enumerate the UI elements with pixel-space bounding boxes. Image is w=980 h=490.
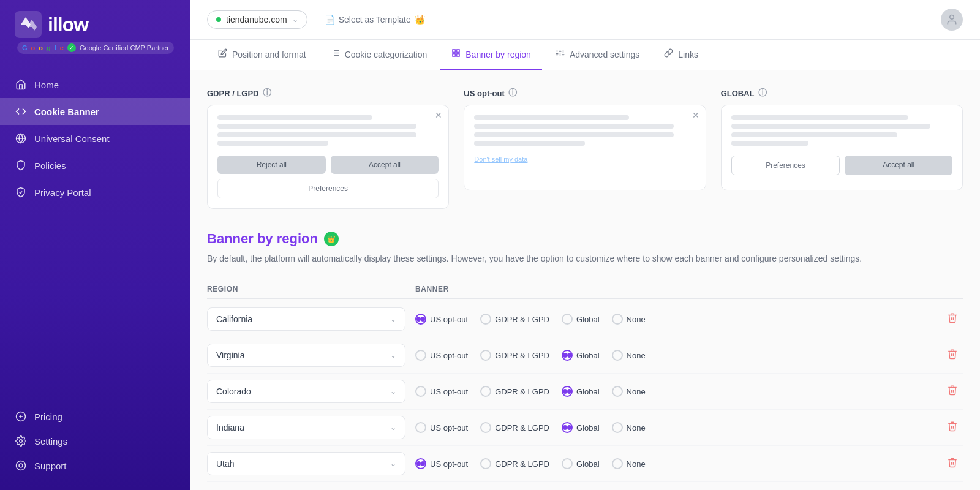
user-avatar[interactable] bbox=[941, 9, 963, 31]
banner-options-virginia: US opt-out GDPR & LGPD Global None bbox=[415, 350, 932, 361]
delete-row-virginia[interactable] bbox=[942, 346, 963, 364]
grid-icon bbox=[451, 48, 461, 60]
sidebar-item-settings-label: Settings bbox=[34, 436, 67, 447]
tab-links-label: Links bbox=[678, 50, 698, 59]
delete-row-colorado[interactable] bbox=[942, 382, 963, 401]
global-banner-card: Preferences Accept all bbox=[721, 105, 963, 190]
tab-banner-by-region[interactable]: Banner by region bbox=[440, 40, 542, 70]
radio-us-opt-out-utah[interactable]: US opt-out bbox=[415, 458, 468, 469]
radio-circle bbox=[480, 386, 491, 397]
region-select-virginia: Virginia ⌄ bbox=[207, 344, 405, 367]
crown-badge-icon: 👑 bbox=[324, 232, 339, 246]
radio-none-virginia[interactable]: None bbox=[612, 350, 646, 361]
delete-row-utah[interactable] bbox=[942, 454, 963, 473]
content-area: GDPR / LGPD ⓘ ✕ Reject all Accept all bbox=[190, 70, 980, 490]
gdpr-reject-btn[interactable]: Reject all bbox=[217, 156, 326, 174]
support-icon bbox=[15, 459, 27, 472]
gdpr-close-icon[interactable]: ✕ bbox=[435, 110, 442, 120]
radio-none-california[interactable]: None bbox=[612, 314, 646, 325]
radio-global-utah[interactable]: Global bbox=[562, 458, 600, 469]
us-close-icon[interactable]: ✕ bbox=[692, 110, 699, 120]
tabs-bar: Position and format Cookie categorizatio… bbox=[190, 40, 980, 70]
radio-none-colorado[interactable]: None bbox=[612, 386, 646, 397]
banner-options-utah: US opt-out GDPR & LGPD Global None bbox=[415, 458, 932, 469]
svg-rect-16 bbox=[453, 50, 455, 52]
domain-selector[interactable]: tiendanube.com ⌄ bbox=[207, 10, 307, 29]
radio-none-utah[interactable]: None bbox=[612, 458, 646, 469]
home-icon bbox=[15, 78, 27, 91]
radio-circle bbox=[562, 386, 573, 397]
sidebar-item-privacy-portal[interactable]: Privacy Portal bbox=[0, 179, 190, 206]
sidebar-bottom: Pricing Settings Support bbox=[0, 394, 190, 490]
svg-point-9 bbox=[950, 15, 954, 20]
code-icon bbox=[15, 105, 27, 118]
dont-sell-link[interactable]: Don't sell my data bbox=[474, 156, 695, 163]
globe-icon bbox=[15, 132, 27, 145]
sidebar-item-cookie-banner[interactable]: Cookie Banner bbox=[0, 98, 190, 125]
radio-global-california[interactable]: Global bbox=[562, 314, 600, 325]
radio-gdpr-virginia[interactable]: GDPR & LGPD bbox=[480, 350, 549, 361]
region-dropdown-utah[interactable]: Utah ⌄ bbox=[207, 452, 405, 475]
gdpr-preferences-btn[interactable]: Preferences bbox=[217, 179, 439, 198]
radio-gdpr-indiana[interactable]: GDPR & LGPD bbox=[480, 422, 549, 433]
radio-none-indiana[interactable]: None bbox=[612, 422, 646, 433]
google-badge-label: Google Certified CMP Partner bbox=[80, 44, 169, 51]
select-template-button[interactable]: 📄 Select as Template 👑 bbox=[317, 11, 432, 28]
region-dropdown-colorado[interactable]: Colorado ⌄ bbox=[207, 380, 405, 403]
global-banner-preview: GLOBAL ⓘ Preferences Accept all bbox=[721, 88, 963, 209]
sidebar-item-pricing[interactable]: Pricing bbox=[0, 404, 190, 429]
tab-cookie-categorization[interactable]: Cookie categorization bbox=[320, 40, 439, 70]
gdpr-info-icon[interactable]: ⓘ bbox=[263, 88, 271, 99]
sidebar-item-universal-consent-label: Universal Consent bbox=[34, 134, 110, 144]
tab-links[interactable]: Links bbox=[653, 40, 709, 70]
us-banner-lines bbox=[474, 115, 695, 146]
gdpr-banner-preview: GDPR / LGPD ⓘ ✕ Reject all Accept all bbox=[207, 88, 449, 209]
region-select-california: California ⌄ bbox=[207, 307, 405, 331]
table-header: REGION BANNER bbox=[207, 280, 963, 299]
gdpr-accept-btn[interactable]: Accept all bbox=[331, 156, 439, 174]
delete-row-indiana[interactable] bbox=[942, 418, 963, 437]
sidebar-item-settings[interactable]: Settings bbox=[0, 429, 190, 453]
tab-advanced-settings[interactable]: Advanced settings bbox=[545, 40, 650, 70]
sidebar-item-home[interactable]: Home bbox=[0, 71, 190, 98]
tab-position-format[interactable]: Position and format bbox=[207, 40, 317, 70]
banner-options-indiana: US opt-out GDPR & LGPD Global None bbox=[415, 422, 932, 433]
radio-circle bbox=[480, 314, 491, 325]
link-icon bbox=[664, 48, 673, 60]
global-accept-btn[interactable]: Accept all bbox=[845, 156, 952, 175]
radio-global-colorado[interactable]: Global bbox=[562, 386, 600, 397]
region-table: REGION BANNER California ⌄ US opt-out bbox=[207, 280, 963, 482]
sidebar-item-universal-consent[interactable]: Universal Consent bbox=[0, 125, 190, 152]
delete-row-california[interactable] bbox=[942, 310, 963, 328]
radio-us-opt-out-virginia[interactable]: US opt-out bbox=[415, 350, 468, 361]
radio-gdpr-utah[interactable]: GDPR & LGPD bbox=[480, 458, 549, 469]
svg-point-6 bbox=[20, 440, 23, 443]
global-info-icon[interactable]: ⓘ bbox=[758, 88, 767, 99]
radio-gdpr-colorado[interactable]: GDPR & LGPD bbox=[480, 386, 549, 397]
radio-circle bbox=[480, 458, 491, 469]
edit-icon bbox=[218, 48, 227, 60]
radio-gdpr-california[interactable]: GDPR & LGPD bbox=[480, 314, 549, 325]
radio-global-indiana[interactable]: Global bbox=[562, 422, 600, 433]
radio-circle bbox=[612, 458, 623, 469]
region-dropdown-virginia[interactable]: Virginia ⌄ bbox=[207, 344, 405, 367]
sidebar-item-support[interactable]: Support bbox=[0, 453, 190, 478]
gdpr-banner-label: GDPR / LGPD ⓘ bbox=[207, 88, 449, 99]
radio-circle bbox=[562, 458, 573, 469]
radio-circle bbox=[612, 314, 623, 325]
radio-global-virginia[interactable]: Global bbox=[562, 350, 600, 361]
radio-circle bbox=[415, 458, 426, 469]
radio-us-opt-out-colorado[interactable]: US opt-out bbox=[415, 386, 468, 397]
gdpr-banner-card: ✕ Reject all Accept all Preferences bbox=[207, 105, 449, 209]
radio-circle bbox=[562, 314, 573, 325]
region-dropdown-california[interactable]: California ⌄ bbox=[207, 307, 405, 331]
radio-circle bbox=[415, 350, 426, 361]
chevron-down-icon: ⌄ bbox=[390, 387, 396, 396]
global-preferences-btn[interactable]: Preferences bbox=[731, 156, 840, 175]
us-info-icon[interactable]: ⓘ bbox=[508, 88, 517, 99]
gdpr-banner-lines bbox=[217, 115, 439, 146]
region-dropdown-indiana[interactable]: Indiana ⌄ bbox=[207, 416, 405, 439]
sidebar-item-policies[interactable]: Policies bbox=[0, 152, 190, 179]
radio-us-opt-out-indiana[interactable]: US opt-out bbox=[415, 422, 468, 433]
radio-us-opt-out-california[interactable]: US opt-out bbox=[415, 314, 468, 325]
